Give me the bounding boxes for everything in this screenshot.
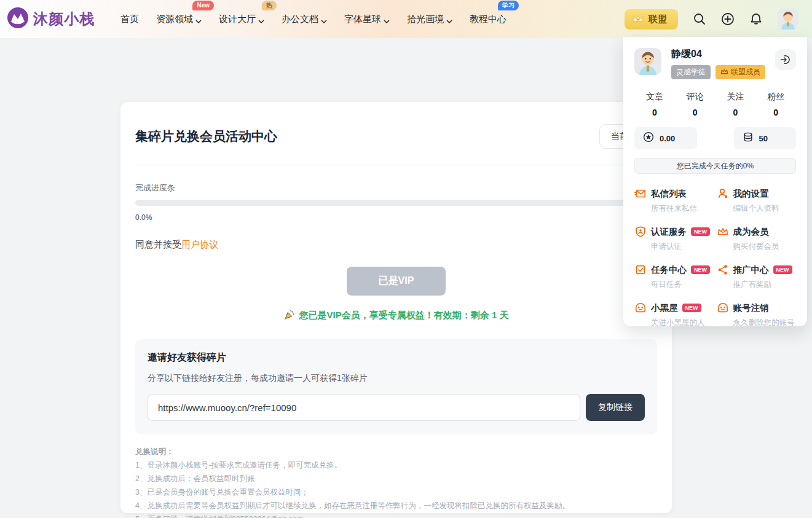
coins-value: 50: [759, 134, 768, 143]
league-member-badge: 联盟成员: [715, 65, 765, 79]
chevron-down-icon: [258, 15, 264, 25]
menu-item-my-settings[interactable]: 我的设置 编辑个人资料: [717, 187, 797, 214]
nav-item-home[interactable]: 首页: [112, 0, 148, 38]
new-badge: NEW: [691, 265, 710, 274]
header-actions: 联盟: [625, 9, 798, 29]
rules-title: 兑换说明：: [135, 447, 657, 457]
stat-comments[interactable]: 评论 0: [675, 92, 715, 117]
vip-status-message: 您已是VIP会员，享受专属权益！有效期：剩余 1 天: [135, 309, 657, 322]
add-circle-icon[interactable]: [721, 12, 735, 26]
nav-item-resources[interactable]: 资源领域 New: [148, 0, 210, 38]
skull-icon: [717, 302, 729, 314]
rule-item: 1、登录沐颜小栈账号-按要求完成邀请任务，即可完成兑换。: [135, 460, 657, 471]
agreement-text: 同意并接受: [135, 239, 181, 249]
already-vip-button[interactable]: 已是VIP: [347, 267, 446, 296]
page: 沐颜小栈 首页 资源领域 New 设计大厅 热 办公文档: [0, 0, 812, 518]
logo-icon: [6, 6, 30, 32]
nav-item-font-planet[interactable]: 字体星球: [336, 0, 398, 38]
party-popper-icon: [284, 309, 295, 322]
main-nav: 首页 资源领域 New 设计大厅 热 办公文档: [112, 0, 515, 38]
chevron-down-icon: [321, 15, 327, 25]
menu-item-blacklist[interactable]: 小黑屋 NEW 关进小黑屋的人: [634, 302, 714, 328]
shield-icon: [634, 226, 647, 238]
coins-icon: [743, 131, 754, 145]
rules-list: 1、登录沐颜小栈账号-按要求完成邀请任务，即可完成兑换。 2、兑换成功后：会员权…: [135, 460, 657, 518]
crown-icon: [720, 68, 728, 77]
rules-section: 兑换说明： 1、登录沐颜小栈账号-按要求完成邀请任务，即可完成兑换。 2、兑换成…: [135, 447, 657, 518]
nav-item-tutorials[interactable]: 教程中心 学习: [461, 0, 515, 38]
task-check-icon: [634, 264, 647, 276]
rule-item: 5、更多问题，请发送邮件到305582964@qq.com。: [135, 514, 657, 518]
referral-link-input[interactable]: [148, 394, 580, 421]
progress-percent: 0.0%: [135, 213, 657, 222]
league-button[interactable]: 联盟: [625, 9, 678, 29]
rule-item: 3、已是会员身份的账号兑换会重置会员权益时间；: [135, 487, 657, 498]
menu-item-promotion-center[interactable]: 推广中心 NEW 推广有奖励: [717, 264, 797, 290]
coins-pill[interactable]: 50: [734, 127, 797, 149]
user-stats: 文章 0 评论 0 关注 0 粉丝 0: [634, 92, 796, 117]
menu-item-certification[interactable]: 认证服务 NEW 申请认证: [634, 226, 714, 252]
user-avatar[interactable]: [778, 9, 798, 29]
menu-item-become-member[interactable]: 成为会员 购买付费会员: [717, 226, 797, 252]
user-gear-icon: [717, 187, 729, 200]
menu-item-account-deletion[interactable]: 账号注销 永久删除您的账号: [717, 302, 797, 328]
invite-section: 邀请好友获得碎片 分享以下链接给好友注册，每成功邀请一人可获得1张碎片 复制链接: [135, 339, 657, 434]
user-dropdown-panel: 静缓04 灵感学徒 联盟成员: [623, 37, 807, 326]
menu-item-task-center[interactable]: 任务中心 NEW 每日任务: [634, 264, 714, 290]
logo-text: 沐颜小栈: [33, 9, 95, 29]
page-title: 集碎片兑换会员活动中心: [135, 128, 277, 145]
user-agreement-link[interactable]: 用户协议: [181, 239, 218, 249]
copy-link-button[interactable]: 复制链接: [586, 394, 645, 421]
stat-following[interactable]: 关注 0: [715, 92, 756, 117]
chevron-down-icon: [446, 15, 452, 25]
panel-menu: 私信列表 所有往来私信 我的设置 编辑个人资料 认证服务: [634, 187, 796, 328]
balance-pill[interactable]: 0.00: [634, 127, 697, 149]
daily-task-progress: 您已完成今天任务的0%: [634, 158, 796, 174]
share-icon: [717, 264, 729, 276]
agreement-line: 同意并接受用户协议: [135, 239, 657, 251]
search-icon[interactable]: [693, 12, 706, 26]
nav-item-gallery[interactable]: 拾光画境: [398, 0, 461, 38]
nav-item-design-hall[interactable]: 设计大厅 热: [210, 0, 273, 38]
rule-item: 2、兑换成功后：会员权益即时到账: [135, 474, 657, 484]
progress-label: 完成进度条: [135, 182, 657, 194]
new-badge: NEW: [773, 265, 792, 274]
menu-item-private-messages[interactable]: 私信列表 所有往来私信: [634, 187, 714, 214]
stat-followers[interactable]: 粉丝 0: [755, 92, 796, 117]
nav-item-office-docs[interactable]: 办公文档: [273, 0, 336, 38]
crown-icon: [632, 14, 644, 25]
new-badge: NEW: [682, 304, 701, 312]
stat-articles[interactable]: 文章 0: [634, 92, 675, 117]
site-logo[interactable]: 沐颜小栈: [6, 6, 95, 32]
invite-description: 分享以下链接给好友注册，每成功邀请一人可获得1张碎片: [148, 373, 645, 384]
level-badge: 灵感学徒: [671, 65, 711, 79]
new-badge: NEW: [691, 227, 710, 236]
mail-icon: [634, 187, 647, 200]
invite-title: 邀请好友获得碎片: [148, 351, 645, 364]
username: 静缓04: [671, 48, 775, 61]
user-avatar-large[interactable]: [634, 48, 661, 75]
card-header: 集碎片兑换会员活动中心 当前碎片: [135, 102, 657, 165]
crown-icon: [717, 226, 729, 238]
progress-bar: [135, 200, 657, 206]
chevron-down-icon: [384, 15, 390, 25]
notifications-bell-icon[interactable]: [749, 12, 763, 26]
activity-center-card: 集碎片兑换会员活动中心 当前碎片 完成进度条 0.0% 同意并接受用户协议 已是…: [120, 102, 672, 513]
top-navbar: 沐颜小栈 首页 资源领域 New 设计大厅 热 办公文档: [0, 0, 812, 38]
logout-icon[interactable]: [775, 49, 796, 70]
study-badge: 学习: [498, 1, 519, 10]
chevron-down-icon: [195, 15, 202, 25]
star-circle-icon: [643, 131, 654, 145]
balance-value: 0.00: [660, 134, 675, 143]
rule-item: 4、兑换成功后需要等会员权益到期后才可以继续兑换，如存在恶意注册等作弊行为，一经…: [135, 501, 657, 511]
skull-icon: [634, 302, 647, 314]
